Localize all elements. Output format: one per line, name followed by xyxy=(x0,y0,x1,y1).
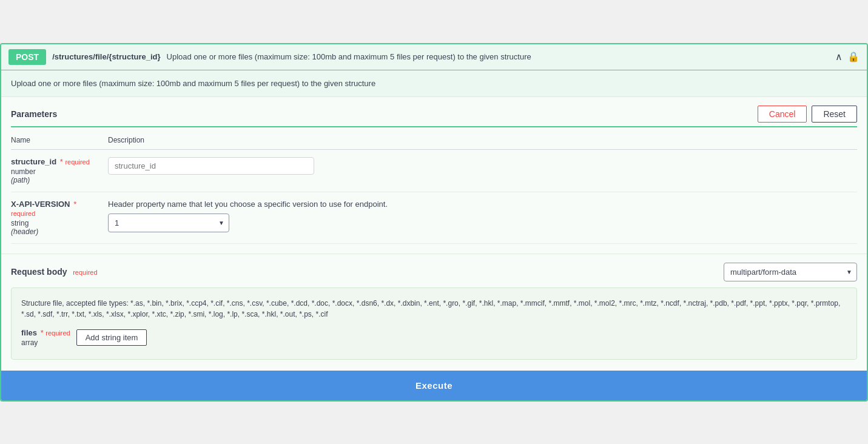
request-body-title: Request body xyxy=(11,267,67,277)
files-type: array xyxy=(21,338,70,347)
files-required-star: * xyxy=(41,328,46,337)
request-body-required-badge: required xyxy=(73,269,97,276)
param-name-xapi: X-API-VERSION xyxy=(11,200,70,209)
api-header: POST /structures/file/{structure_id} Upl… xyxy=(1,44,867,70)
api-path: /structures/file/{structure_id} xyxy=(52,52,160,61)
col-name: Name xyxy=(11,133,108,150)
files-label-group: files * required array xyxy=(21,328,70,347)
params-title: Parameters xyxy=(11,109,57,119)
file-types-text: Structure file, accepted file types: *.a… xyxy=(21,298,847,320)
param-type-structure-id: number xyxy=(11,167,103,176)
xapi-version-select[interactable]: 1 2 3 xyxy=(108,214,229,232)
param-row-xapi: X-API-VERSION * required string (header)… xyxy=(11,192,857,243)
api-header-description: Upload one or more files (maximum size: … xyxy=(167,52,829,61)
col-description: Description xyxy=(108,133,857,150)
request-body-header: Request body required multipart/form-dat… xyxy=(11,254,857,288)
required-text-xapi: required xyxy=(11,210,35,217)
api-description-text: Upload one or more files (maximum size: … xyxy=(11,79,375,88)
files-required-text: required xyxy=(45,329,70,337)
params-section: Parameters Cancel Reset Name Description… xyxy=(1,97,867,254)
param-name-cell-xapi: X-API-VERSION * required string (header) xyxy=(11,192,108,243)
param-desc-xapi: Header property name that let you choose… xyxy=(108,200,852,209)
param-type-xapi: string xyxy=(11,219,103,227)
param-location-structure-id: (path) xyxy=(11,176,103,184)
required-text-structure-id: required xyxy=(65,158,89,166)
params-table: Name Description structure_id * required… xyxy=(11,133,857,244)
add-string-item-button[interactable]: Add string item xyxy=(76,329,147,346)
request-body-section: Request body required multipart/form-dat… xyxy=(1,254,867,371)
content-type-select-wrapper: multipart/form-data application/json xyxy=(724,263,857,281)
param-name-structure-id: structure_id xyxy=(11,157,56,166)
required-star-xapi: * xyxy=(73,200,76,209)
files-row: files * required array Add string item xyxy=(21,328,847,347)
request-body-title-group: Request body required xyxy=(11,267,98,277)
files-label: files xyxy=(21,328,37,337)
param-input-cell-structure-id xyxy=(108,149,857,192)
xapi-select-wrapper: 1 2 3 xyxy=(108,214,229,232)
header-actions: Cancel Reset xyxy=(758,106,857,123)
reset-button[interactable]: Reset xyxy=(812,106,857,123)
chevron-up-icon[interactable]: ∧ xyxy=(835,51,843,62)
lock-icon[interactable]: 🔒 xyxy=(847,51,860,62)
param-row-structure-id: structure_id * required number (path) xyxy=(11,149,857,192)
param-desc-cell-xapi: Header property name that let you choose… xyxy=(108,192,857,243)
content-type-select[interactable]: multipart/form-data application/json xyxy=(724,263,857,281)
structure-id-input[interactable] xyxy=(108,157,314,175)
param-location-xapi: (header) xyxy=(11,227,103,236)
execute-bar: Execute xyxy=(1,371,867,400)
cancel-button[interactable]: Cancel xyxy=(758,106,807,123)
request-body-content: Structure file, accepted file types: *.a… xyxy=(11,288,857,360)
api-description-section: Upload one or more files (maximum size: … xyxy=(1,70,867,97)
params-header: Parameters Cancel Reset xyxy=(11,97,857,127)
param-name-cell-structure-id: structure_id * required number (path) xyxy=(11,149,108,192)
method-badge: POST xyxy=(8,49,46,65)
api-container: POST /structures/file/{structure_id} Upl… xyxy=(0,43,868,402)
header-icons: ∧ 🔒 xyxy=(835,51,860,62)
execute-button[interactable]: Execute xyxy=(1,371,867,400)
